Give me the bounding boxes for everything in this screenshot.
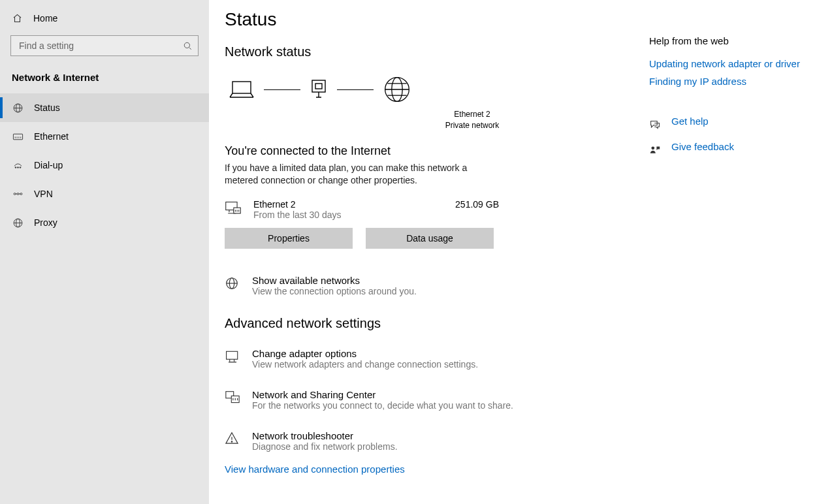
svg-point-8 [17,193,19,195]
adapter-options-title: Change adapter options [252,348,478,359]
svg-rect-14 [315,84,322,89]
globe-icon [12,102,24,114]
sidebar-item-vpn[interactable]: VPN [0,180,209,208]
troubleshooter-title: Network troubleshooter [252,430,398,441]
sidebar-nav: Status Ethernet Dial-up [0,91,209,237]
show-networks-sub: View the connection options around you. [252,286,417,296]
svg-point-6 [20,167,21,168]
network-status-heading: Network status [225,44,644,59]
data-usage-button[interactable]: Data usage [366,228,494,249]
diagram-network-type: Private network [300,120,644,131]
feedback-icon [649,145,661,155]
svg-point-0 [184,42,189,48]
view-hardware-link[interactable]: View hardware and connection properties [225,464,644,475]
svg-point-7 [14,193,16,195]
svg-point-25 [651,146,654,150]
troubleshooter-row[interactable]: Network troubleshooter Diagnose and fix … [225,430,644,452]
adapter-icon [310,79,328,100]
page-title: Status [225,9,644,30]
svg-rect-13 [312,80,325,92]
sidebar-item-dialup[interactable]: Dial-up [0,151,209,180]
sidebar-item-label: Ethernet [34,131,69,142]
connection-row: Ethernet 2 From the last 30 days 251.09 … [225,199,499,220]
search-icon [183,41,193,51]
properties-button[interactable]: Properties [225,228,353,249]
help-link-adapter[interactable]: Updating network adapter or driver [649,58,814,69]
sharing-center-sub: For the networks you connect to, decide … [252,400,513,411]
troubleshooter-sub: Diagnose and fix network problems. [252,441,398,452]
diagram-line [337,89,374,90]
svg-point-4 [15,167,16,168]
sidebar-home-label: Home [33,13,57,24]
svg-point-5 [17,167,18,168]
diagram-labels: Ethernet 2 Private network [300,109,644,131]
svg-rect-3 [13,134,22,140]
sidebar-item-label: Proxy [34,217,57,228]
feedback-link[interactable]: Give feedback [671,141,734,152]
main-content: Status Network status [225,9,644,504]
dialup-icon [12,159,24,171]
warning-icon [225,432,240,446]
connected-desc: If you have a limited data plan, you can… [225,162,499,187]
svg-rect-12 [232,82,251,93]
internet-globe-icon [383,75,411,104]
diagram-adapter-name: Ethernet 2 [300,109,644,120]
ethernet-icon [12,131,24,142]
sidebar: Home Network & Internet Statu [0,0,209,504]
sidebar-item-proxy[interactable]: Proxy [0,208,209,237]
help-link-ip[interactable]: Finding my IP address [649,76,814,87]
connection-usage: 251.09 GB [455,199,499,210]
sidebar-item-label: VPN [34,189,53,199]
proxy-icon [12,217,24,228]
svg-point-9 [20,193,22,195]
chat-icon [649,119,661,130]
get-help-link[interactable]: Get help [671,116,709,127]
sharing-center-row[interactable]: Network and Sharing Center For the netwo… [225,389,644,411]
sharing-center-icon [225,390,240,405]
sharing-center-title: Network and Sharing Center [252,389,513,400]
connection-sub: From the last 30 days [253,210,443,220]
ethernet-monitor-icon [225,200,242,215]
svg-point-24 [231,441,232,442]
globe-icon [225,276,240,291]
advanced-heading: Advanced network settings [225,316,644,331]
vpn-icon [12,188,24,200]
adapter-options-row[interactable]: Change adapter options View network adap… [225,348,644,370]
show-networks-title: Show available networks [252,275,417,286]
adapter-options-sub: View network adapters and change connect… [252,359,478,370]
right-column: Help from the web Updating network adapt… [644,9,814,504]
search-input[interactable] [18,40,183,52]
diagram-line [264,89,300,90]
laptop-icon [229,79,255,100]
search-box[interactable] [10,35,199,56]
help-heading: Help from the web [649,35,814,46]
sidebar-item-ethernet[interactable]: Ethernet [0,122,209,151]
connection-name: Ethernet 2 [253,199,443,210]
sidebar-home[interactable]: Home [0,8,209,29]
sidebar-section-title: Network & Internet [0,60,209,91]
sidebar-item-status[interactable]: Status [0,93,209,122]
home-icon [12,13,23,24]
get-help-row[interactable]: Get help [649,116,814,133]
network-diagram [225,69,644,106]
connected-title: You're connected to the Internet [225,144,644,158]
sidebar-item-label: Status [34,102,60,113]
svg-rect-21 [227,351,238,359]
adapter-options-icon [225,349,240,364]
sidebar-item-label: Dial-up [34,160,63,170]
show-networks-row[interactable]: Show available networks View the connect… [225,275,644,296]
feedback-row[interactable]: Give feedback [649,141,814,159]
